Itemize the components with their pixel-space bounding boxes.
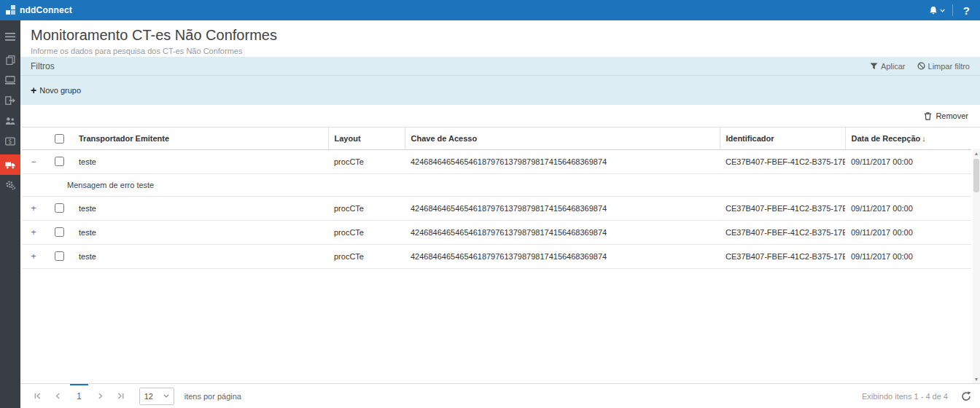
row-checkbox[interactable] (55, 203, 64, 213)
first-page-button[interactable] (29, 388, 45, 404)
table-row: + teste procCTe 424684646546546187976137… (22, 244, 971, 268)
clear-filter-button[interactable]: Limpar filtro (917, 62, 970, 71)
row-expander[interactable]: + (22, 244, 45, 268)
cell-transportador: teste (73, 244, 328, 268)
row-expander[interactable]: − (22, 149, 45, 173)
filters-panel: Filtros Aplicar (20, 57, 980, 105)
cell-chave: 4246846465465461879761379879817415646836… (405, 220, 720, 244)
sidebar-item-billing[interactable]: $ (0, 131, 20, 152)
refresh-button[interactable] (961, 391, 971, 401)
chevron-down-icon (940, 9, 945, 12)
hamburger-menu-icon (5, 33, 15, 41)
table-row: − teste procCTe 424684646546546187976137… (22, 149, 971, 173)
page-header: Monitoramento CT-es Não Conformes Inform… (20, 20, 980, 57)
dollar-card-icon: $ (5, 137, 15, 146)
trash-icon (924, 111, 932, 120)
table-row: + teste procCTe 424684646546546187976137… (22, 196, 971, 220)
pager-status: Exibindo itens 1 - 4 de 4 (862, 392, 948, 401)
remove-button[interactable]: Remover (924, 111, 968, 120)
new-group-button[interactable]: + Novo grupo (31, 85, 81, 95)
bell-icon (929, 6, 938, 15)
chevron-down-icon (163, 394, 169, 398)
remove-label: Remover (936, 111, 968, 120)
detail-message: Mensagem de erro teste (45, 173, 971, 196)
cell-recepcao: 09/11/2017 00:00 (845, 244, 971, 268)
results-table: Transportador Emitente Layout Chave de A… (22, 128, 971, 269)
plus-icon: + (31, 85, 36, 95)
row-checkbox[interactable] (55, 227, 64, 237)
column-header-chave[interactable]: Chave de Acesso (405, 128, 720, 149)
cell-transportador: teste (73, 220, 328, 244)
svg-text:$: $ (8, 138, 12, 145)
help-icon: ? (960, 4, 973, 17)
sidebar-item-monitor[interactable] (0, 70, 20, 90)
cell-layout: procCTe (328, 149, 405, 173)
funnel-icon (870, 63, 878, 70)
sidebar-item-menu[interactable] (0, 26, 20, 47)
row-expander[interactable]: + (22, 220, 45, 244)
column-header-transportador[interactable]: Transportador Emitente (73, 128, 328, 149)
page-size-select[interactable]: 12 (139, 388, 174, 405)
scrollbar-thumb[interactable] (973, 159, 979, 192)
new-group-label: Novo grupo (39, 86, 81, 95)
brand[interactable]: nddConnect (6, 5, 72, 15)
next-page-button[interactable] (93, 388, 109, 404)
monitor-icon (5, 76, 15, 85)
sidebar-item-users[interactable] (0, 111, 20, 131)
detail-row: Mensagem de erro teste (22, 173, 971, 196)
truck-icon (5, 161, 15, 169)
page-title: Monitoramento CT-es Não Conformes (31, 27, 970, 44)
select-all-checkbox[interactable] (55, 134, 64, 144)
sidebar: $ (0, 20, 20, 408)
topbar: nddConnect ? (0, 0, 980, 20)
prev-page-button[interactable] (50, 388, 66, 404)
apply-filter-button[interactable]: Aplicar (870, 62, 906, 71)
table-row: + teste procCTe 424684646546546187976137… (22, 220, 971, 244)
cell-identificador: CE37B407-FBEF-41C2-B375-17E71DFDC92F (720, 196, 845, 220)
sidebar-item-documents[interactable] (0, 50, 20, 70)
per-page-label: itens por página (184, 392, 241, 401)
brand-logo-icon (6, 5, 16, 15)
cell-layout: procCTe (328, 244, 405, 268)
cell-layout: procCTe (328, 220, 405, 244)
sidebar-item-settings[interactable] (0, 175, 20, 195)
ban-circle-icon (917, 62, 925, 70)
sidebar-item-shipments[interactable] (0, 154, 20, 175)
cell-identificador: CE37B407-FBEF-41C2-B375-17E71DFDC92F (720, 149, 845, 173)
cell-transportador: teste (73, 196, 328, 220)
column-header-data-recepcao[interactable]: Data de Recepção↓ (845, 128, 971, 149)
main-content: Monitoramento CT-es Não Conformes Inform… (20, 20, 980, 408)
cell-identificador: CE37B407-FBEF-41C2-B375-17E71DFDC92F (720, 220, 845, 244)
vertical-scrollbar[interactable]: ▲ ▼ (973, 149, 980, 383)
page-number-current[interactable]: 1 (70, 384, 88, 408)
export-arrow-icon (5, 96, 15, 105)
column-header-layout[interactable]: Layout (328, 128, 405, 149)
page-size-value: 12 (144, 392, 153, 401)
cell-chave: 4246846465465461879761379879817415646836… (405, 196, 720, 220)
scroll-down-icon[interactable]: ▼ (973, 374, 980, 383)
topbar-divider (952, 4, 953, 16)
gears-icon (5, 180, 15, 190)
scroll-up-icon[interactable]: ▲ (973, 149, 980, 157)
cell-identificador: CE37B407-FBEF-41C2-B375-17E71DFDC92F (720, 244, 845, 268)
row-checkbox[interactable] (55, 251, 64, 261)
pager: 1 12 itens por página Exibindo itens 1 - (20, 383, 980, 408)
sidebar-item-export[interactable] (0, 90, 20, 111)
cell-chave: 4246846465465461879761379879817415646836… (405, 149, 720, 173)
cell-layout: procCTe (328, 196, 405, 220)
row-checkbox[interactable] (55, 157, 64, 166)
page-subtitle: Informe os dados para pesquisa dos CT-es… (31, 47, 970, 55)
cell-recepcao: 09/11/2017 00:00 (845, 196, 971, 220)
grid-toolbar: Remover (20, 105, 980, 127)
last-page-button[interactable] (113, 388, 129, 404)
results-grid: Transportador Emitente Layout Chave de A… (22, 127, 980, 383)
notifications-button[interactable] (929, 6, 945, 15)
apply-filter-label: Aplicar (881, 62, 906, 71)
cell-chave: 4246846465465461879761379879817415646836… (405, 244, 720, 268)
clear-filter-label: Limpar filtro (928, 62, 970, 71)
brand-text: nddConnect (20, 5, 72, 15)
row-expander[interactable]: + (22, 196, 45, 220)
help-button[interactable]: ? (960, 4, 973, 17)
cell-transportador: teste (73, 149, 328, 173)
column-header-identificador[interactable]: Identificador (720, 128, 845, 149)
